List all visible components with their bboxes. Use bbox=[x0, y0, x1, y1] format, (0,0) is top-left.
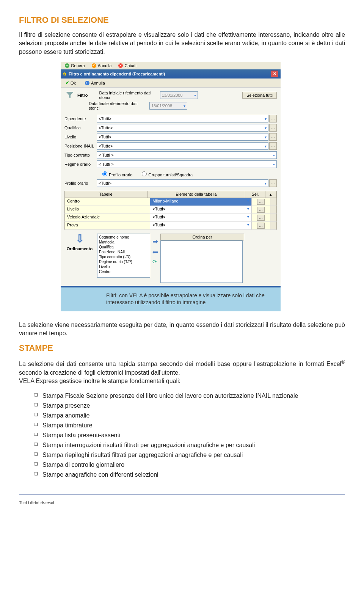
genera-icon: ✶ bbox=[65, 63, 69, 68]
th-tabelle: Tabelle bbox=[65, 191, 147, 198]
filter-combo[interactable]: <Tutte>▾ bbox=[97, 124, 268, 132]
ok-button[interactable]: ✔Ok bbox=[63, 80, 78, 86]
figure-caption: Filtri: con VELA è possibile estrapolare… bbox=[61, 287, 281, 307]
para-selezione-date: La selezione viene necessariamente esegu… bbox=[19, 321, 345, 338]
chevron-down-icon: ▾ bbox=[265, 126, 267, 130]
ordinamento-label: Ordinamento bbox=[64, 246, 95, 251]
radio-gruppo[interactable]: Gruppo turnisti/Squadra bbox=[140, 170, 193, 177]
order-field-item[interactable]: Livello bbox=[99, 264, 148, 269]
profilo-dots[interactable]: ... bbox=[269, 179, 277, 187]
list-item: Stampa lista presenti-assenti bbox=[34, 431, 345, 440]
lookup-button[interactable]: ... bbox=[269, 133, 277, 141]
filter-combo[interactable]: < Tutti >▾ bbox=[97, 160, 277, 168]
footer-rule bbox=[19, 495, 345, 497]
genera-button[interactable]: ✶Genera bbox=[62, 63, 88, 69]
list-item: Stampa presenze bbox=[34, 401, 345, 410]
filter-label: Dipendente bbox=[64, 116, 97, 121]
date1-label: Data iniziale riferimento dati storici bbox=[99, 91, 160, 100]
select-all-button[interactable]: Seleziona tutti bbox=[242, 92, 277, 99]
cell-scroll bbox=[270, 222, 276, 229]
annulla-top-button[interactable]: ↶Annulla bbox=[89, 63, 115, 69]
lookup-button[interactable]: ... bbox=[269, 124, 277, 132]
arrow-right-icon[interactable]: ➡ bbox=[152, 237, 158, 246]
filter-combo[interactable]: < Tutti >▾ bbox=[97, 151, 277, 159]
cell-elemento[interactable]: Milano-Milano▾ bbox=[150, 198, 252, 206]
ordina-per-list[interactable] bbox=[160, 240, 243, 283]
chevron-down-icon: ▾ bbox=[194, 93, 196, 97]
chevron-down-icon: ▾ bbox=[184, 104, 185, 108]
chevron-down-icon: ▾ bbox=[273, 162, 275, 166]
cell-sel[interactable]: ... bbox=[252, 214, 270, 221]
filter-combo[interactable]: <Tutti>▾ bbox=[97, 133, 268, 141]
chevron-down-icon: ▾ bbox=[273, 153, 275, 157]
filter-label: Tipo contratto bbox=[64, 153, 97, 157]
top-toolbar: ✶Genera ↶Annulla ✕Chiudi bbox=[61, 62, 281, 69]
genera-label: Genera bbox=[71, 63, 85, 68]
sort-arrow-icon: ⇩ bbox=[74, 234, 85, 245]
chevron-down-icon: ▾ bbox=[247, 199, 249, 205]
order-field-item[interactable]: Qualifica bbox=[99, 245, 148, 250]
order-field-item[interactable]: Matricola bbox=[99, 240, 148, 245]
cell-tabella: Centro bbox=[65, 198, 150, 206]
lookup-button[interactable]: ... bbox=[269, 142, 277, 150]
cell-sel[interactable]: ... bbox=[252, 222, 270, 229]
filter-row: Tipo contratto< Tutti >▾ bbox=[64, 151, 277, 159]
cell-elemento[interactable]: <Tutti>▾ bbox=[150, 206, 252, 214]
cell-elemento[interactable]: <Tutti>▾ bbox=[150, 214, 252, 221]
list-item: Stampa anomalie bbox=[34, 411, 345, 420]
cell-sel[interactable]: ... bbox=[252, 198, 270, 206]
order-field-item[interactable]: Posizione INAIL bbox=[99, 250, 148, 254]
filter-combo[interactable]: <Tutte>▾ bbox=[97, 142, 268, 150]
ordering-area: ⇩ Ordinamento Cognome e nomeMatricolaQua… bbox=[64, 234, 277, 283]
tables-grid: Tabelle Elemento della tabella Sel. ▴ Ce… bbox=[64, 191, 277, 230]
chevron-down-icon: ▾ bbox=[247, 215, 249, 221]
lookup-button[interactable]: ... bbox=[269, 115, 277, 122]
th-elemento: Elemento della tabella bbox=[147, 191, 245, 198]
date2-label: Data finale riferimento dati storici bbox=[89, 101, 149, 110]
cell-tabella: Prova bbox=[65, 222, 150, 229]
radio-profilo[interactable]: Profilo orario bbox=[100, 170, 132, 177]
filter-label: Regime orario bbox=[64, 162, 97, 166]
heading-filtro: FILTRO DI SELEZIONE bbox=[19, 15, 345, 25]
ok-label: Ok bbox=[71, 81, 76, 85]
chevron-down-icon: ▾ bbox=[265, 117, 267, 121]
cell-elemento[interactable]: <Tutti>▾ bbox=[150, 222, 252, 229]
filter-row: Posizione INAIL<Tutte>▾... bbox=[64, 142, 277, 150]
chevron-down-icon: ▾ bbox=[247, 207, 249, 213]
app-window: ✶Genera ↶Annulla ✕Chiudi ✿ Filtro e ordi… bbox=[61, 62, 281, 287]
order-move-buttons: ➡ ➡ ⟳ bbox=[152, 234, 158, 265]
close-icon: ✕ bbox=[118, 63, 123, 68]
chevron-down-icon: ▾ bbox=[247, 223, 249, 229]
ordina-per-header: Ordina per bbox=[160, 234, 244, 240]
date2-field: 13/01/2008▾ bbox=[149, 102, 187, 110]
order-field-item[interactable]: Centro bbox=[99, 269, 148, 274]
list-item: Stampa interrogazioni risultati filtrati… bbox=[34, 441, 345, 450]
th-sel: Sel. bbox=[245, 191, 265, 198]
filter-combo[interactable]: <Tutti>▾ bbox=[97, 115, 268, 122]
chevron-down-icon: ▾ bbox=[265, 135, 267, 139]
order-field-item[interactable]: Cognome e nome bbox=[99, 235, 148, 240]
cell-scroll bbox=[270, 206, 276, 214]
order-field-item[interactable]: Regime orario (T/P) bbox=[99, 259, 148, 264]
profilo-field[interactable]: <Tutti>▾ bbox=[97, 179, 268, 187]
filter-panel: Filtro Data iniziale riferimento dati st… bbox=[61, 88, 281, 286]
filter-label: Posizione INAIL bbox=[64, 144, 97, 148]
annulla-top-label: Annulla bbox=[98, 63, 112, 68]
cell-scroll bbox=[270, 198, 276, 206]
order-field-item[interactable]: Tipo contratto (I/D) bbox=[99, 254, 148, 259]
refresh-icon[interactable]: ⟳ bbox=[152, 259, 158, 265]
cell-sel[interactable]: ... bbox=[252, 206, 270, 214]
list-item: Stampa riepiloghi risultati filtrati per… bbox=[34, 451, 345, 460]
table-row: Prova<Tutti>▾... bbox=[64, 222, 277, 230]
annulla-sub-button[interactable]: ↶Annulla bbox=[82, 80, 108, 86]
filter-row: Regime orario< Tutti >▾ bbox=[64, 160, 277, 168]
window-close-button[interactable]: ✕ bbox=[271, 71, 278, 77]
order-fields-list[interactable]: Cognome e nomeMatricolaQualificaPosizion… bbox=[97, 234, 150, 278]
annulla-sub-label: Annulla bbox=[91, 81, 105, 85]
list-item: Stampa Fiscale Sezione presenze del libr… bbox=[34, 391, 345, 400]
chiudi-button[interactable]: ✕Chiudi bbox=[116, 63, 139, 69]
table-row: CentroMilano-Milano▾... bbox=[64, 198, 277, 206]
screenshot-figure: ✶Genera ↶Annulla ✕Chiudi ✿ Filtro e ordi… bbox=[61, 62, 281, 311]
list-item: Stampa timbrature bbox=[34, 421, 345, 430]
arrow-left-icon[interactable]: ➡ bbox=[152, 248, 158, 256]
